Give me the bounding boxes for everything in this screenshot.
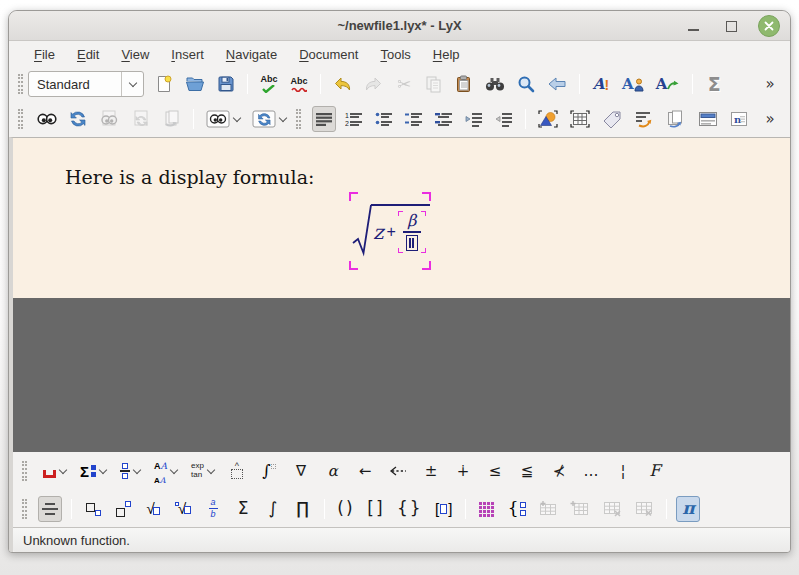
delimiters-button[interactable]: [] — [432, 496, 456, 522]
braces-button[interactable]: {} — [394, 496, 426, 522]
paragraph-style-standard-button[interactable] — [312, 106, 336, 132]
math-fraction-styles-button[interactable] — [117, 458, 143, 484]
cut-button[interactable]: ✂ — [392, 71, 416, 97]
menu-item-help[interactable]: Help — [422, 44, 471, 65]
parentheses-button[interactable]: () — [334, 496, 358, 522]
ams-arrows-button[interactable] — [385, 458, 411, 484]
find-replace-button[interactable] — [482, 71, 508, 97]
toolbar-drag-handle[interactable] — [22, 499, 27, 519]
view-document-button[interactable] — [34, 106, 60, 132]
product-button[interactable]: ∏ — [291, 496, 315, 522]
delete-row-button[interactable] — [599, 496, 625, 522]
empty-placeholder-box[interactable] — [406, 235, 418, 251]
menu-item-tools[interactable]: Tools — [369, 44, 421, 65]
paste-button[interactable] — [452, 71, 476, 97]
menu-item-edit[interactable]: Edit — [66, 44, 110, 65]
navigate-back-button[interactable] — [544, 71, 570, 97]
toolbar-overflow-button[interactable]: » — [758, 71, 782, 97]
math-misc-operators-button[interactable]: ∇ — [289, 458, 313, 484]
display-formula-toggle-button[interactable] — [38, 496, 62, 522]
insert-table-button[interactable] — [567, 106, 593, 132]
find-button[interactable] — [514, 71, 538, 97]
nth-root-button[interactable]: √ — [171, 496, 195, 522]
insert-cross-reference-button[interactable] — [631, 106, 657, 132]
ams-relations-button[interactable]: ≦ — [515, 458, 539, 484]
superscript-button[interactable] — [111, 496, 135, 522]
paragraph-style-combo[interactable]: Standard — [28, 71, 144, 97]
math-big-operators-button[interactable]: Σ — [77, 458, 109, 484]
minimize-button[interactable] — [682, 15, 704, 37]
save-document-button[interactable] — [214, 71, 238, 97]
toolbar-drag-handle[interactable] — [18, 109, 23, 129]
add-row-button[interactable] — [535, 496, 561, 522]
formula-inset[interactable]: z + β — [349, 192, 431, 270]
delete-column-button[interactable] — [631, 496, 657, 522]
subscript-button[interactable] — [81, 496, 105, 522]
insert-note-button[interactable]: n — [727, 106, 751, 132]
copy-button[interactable] — [422, 71, 446, 97]
insert-citation-button[interactable] — [663, 106, 689, 132]
matrix-button[interactable] — [475, 496, 499, 522]
ams-negated-relations-button[interactable]: ⊀ — [547, 458, 571, 484]
numbered-list-button[interactable]: 12 — [342, 106, 366, 132]
bullet-list-button[interactable] — [372, 106, 396, 132]
arrows-button[interactable]: ← — [353, 458, 377, 484]
menu-item-document[interactable]: Document — [288, 44, 369, 65]
menu-item-file[interactable]: File — [23, 44, 66, 65]
fraction-button[interactable]: ab — [201, 496, 225, 522]
toolbar-drag-handle[interactable] — [22, 461, 27, 481]
math-fonts-button[interactable]: AAAA — [151, 458, 180, 484]
math-panel-toggle-button[interactable]: π — [676, 496, 700, 522]
fraction[interactable]: β — [399, 211, 425, 253]
math-integrals-button[interactable]: ∫ — [257, 458, 281, 484]
math-text-styles-button[interactable]: F — [643, 458, 667, 484]
brackets-button[interactable]: [] — [364, 496, 388, 522]
close-button[interactable] — [758, 15, 780, 37]
combo-dropdown-button[interactable] — [121, 72, 143, 96]
math-decorations-button[interactable]: ^ — [225, 458, 249, 484]
ams-delimiters-button[interactable]: ¦ — [611, 458, 635, 484]
add-column-button[interactable] — [567, 496, 593, 522]
check-spelling-button[interactable]: Abc — [257, 71, 281, 97]
update-other-formats-button[interactable] — [249, 106, 289, 132]
open-document-button[interactable] — [182, 71, 208, 97]
toolbar-drag-handle[interactable] — [18, 74, 23, 94]
view-other-formats-button[interactable] — [203, 106, 243, 132]
ams-operators-button[interactable]: ∔ — [451, 458, 475, 484]
update-master-document-button[interactable] — [128, 106, 154, 132]
sum-button[interactable]: Σ — [231, 496, 255, 522]
labeling-list-button[interactable] — [402, 106, 426, 132]
toolbar-overflow-button[interactable]: » — [758, 106, 782, 132]
insert-math-button[interactable]: Σ — [702, 71, 726, 97]
menu-item-navigate[interactable]: Navigate — [215, 44, 288, 65]
square-root-button[interactable]: √ — [141, 496, 165, 522]
insert-float-button[interactable] — [695, 106, 721, 132]
view-master-document-button[interactable] — [96, 106, 122, 132]
insert-label-button[interactable] — [599, 106, 625, 132]
title-bar[interactable]: ~/newfile1.lyx* - LyX — [9, 11, 790, 41]
new-document-button[interactable] — [152, 71, 176, 97]
greek-letters-button[interactable]: α — [321, 458, 345, 484]
continuous-spellcheck-button[interactable]: Abc — [287, 71, 311, 97]
toggle-noun-button[interactable]: A — [619, 71, 647, 97]
maximize-button[interactable] — [720, 15, 742, 37]
math-spacing-button[interactable] — [40, 458, 69, 484]
description-list-button[interactable] — [432, 106, 456, 132]
toggle-emphasis-button[interactable]: A! — [589, 71, 613, 97]
apply-last-style-button[interactable]: A — [653, 71, 684, 97]
menu-item-view[interactable]: View — [110, 44, 160, 65]
menu-item-insert[interactable]: Insert — [160, 44, 215, 65]
math-functions-button[interactable]: exptan — [188, 458, 217, 484]
document-canvas[interactable]: Here is a display formula: z + — [13, 138, 790, 298]
cases-environment-button[interactable]: { — [505, 496, 530, 522]
dots-button[interactable]: … — [579, 458, 603, 484]
decrease-depth-button[interactable] — [492, 106, 516, 132]
relations-button[interactable]: ≤ — [483, 458, 507, 484]
binary-operators-button[interactable]: ± — [419, 458, 443, 484]
cancel-export-button[interactable] — [160, 106, 184, 132]
toolbar-drag-handle[interactable] — [296, 109, 301, 129]
integral-button[interactable]: ∫ — [261, 496, 285, 522]
redo-button[interactable] — [361, 71, 386, 97]
update-view-button[interactable] — [66, 106, 90, 132]
insert-graphics-button[interactable] — [535, 106, 561, 132]
